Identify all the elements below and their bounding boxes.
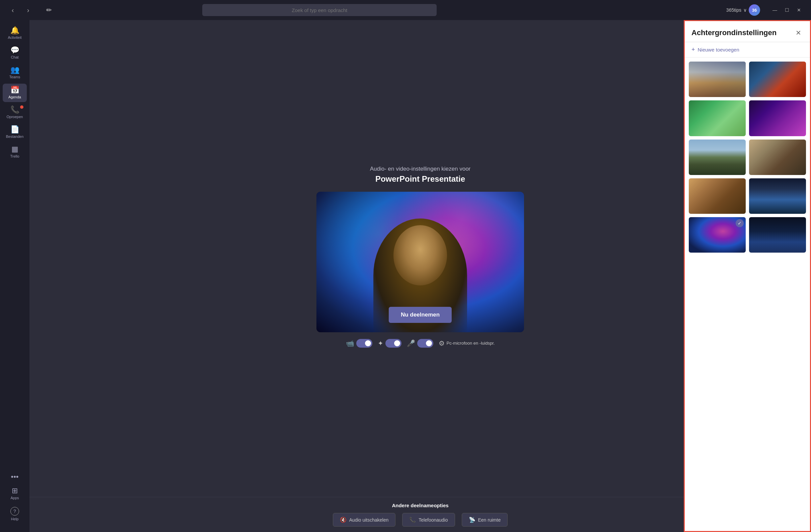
nav-buttons: ‹ › <box>7 4 34 16</box>
trello-icon: ▦ <box>11 145 18 153</box>
audio-off-icon: 🔇 <box>340 517 347 523</box>
sidebar-item-activiteit[interactable]: 🔔 Activiteit <box>3 24 27 43</box>
sidebar-bottom: ••• ⊞ Apps ? Help <box>3 470 27 528</box>
join-button[interactable]: Nu deelnemen <box>389 307 452 323</box>
username-label: 365tips <box>726 7 741 13</box>
mic-control: 🎤 <box>407 339 433 348</box>
sidebar-item-help[interactable]: ? Help <box>3 504 27 524</box>
meeting-subtitle: Audio- en video-instellingen kiezen voor <box>370 166 471 172</box>
calendar-icon: 📅 <box>10 86 19 94</box>
settings-icon: ⚙ <box>439 339 445 347</box>
camera-control: 📹 <box>346 339 372 348</box>
sidebar-item-teams[interactable]: 👥 Teams <box>3 64 27 82</box>
room-icon: 📡 <box>469 517 475 523</box>
files-icon: 📄 <box>10 126 19 133</box>
bell-icon: 🔔 <box>10 27 19 34</box>
mic-icon: 🎤 <box>407 339 415 347</box>
phone-audio-button[interactable]: 📞 Telefoonaudio <box>402 513 455 527</box>
bg-thumb-mountains[interactable] <box>689 140 746 175</box>
sidebar-item-agenda[interactable]: 📅 Agenda <box>3 84 27 102</box>
settings-label: Pc-microfoon en -luidspr. <box>447 341 495 346</box>
bg-panel-close-button[interactable]: ✕ <box>793 28 803 38</box>
bg-thumb-robot[interactable] <box>749 62 806 97</box>
sidebar-item-label: Help <box>11 517 19 521</box>
bg-thumb-minecraft-green[interactable] <box>689 100 746 136</box>
bg-thumb-space-person[interactable] <box>749 217 806 253</box>
close-button[interactable]: ✕ <box>794 5 804 15</box>
sidebar-item-label: Activiteit <box>8 35 22 40</box>
title-bar: ‹ › ✏ 365tips ∨ 36 — ☐ ✕ <box>0 0 811 20</box>
user-chip[interactable]: 365tips ∨ 36 <box>726 4 760 16</box>
bg-thumb-door[interactable] <box>689 178 746 214</box>
sidebar-item-label: Bestanden <box>6 135 24 139</box>
dropdown-icon: ∨ <box>744 7 747 13</box>
maximize-button[interactable]: ☐ <box>782 5 792 15</box>
sidebar-item-label: Oproepen <box>7 115 23 119</box>
sidebar-item-chat[interactable]: 💬 Chat <box>3 44 27 62</box>
apps-icon: ⊞ <box>12 487 18 495</box>
sidebar-item-more[interactable]: ••• <box>3 470 27 483</box>
phone-icon: 📞 <box>10 106 19 113</box>
sidebar-item-trello[interactable]: ▦ Trello <box>3 143 27 161</box>
main-layout: 🔔 Activiteit 💬 Chat 👥 Teams 📅 Agenda 📞 O… <box>0 20 811 532</box>
bg-settings-panel: Achtergrondinstellingen ✕ + Nieuwe toevo… <box>684 20 811 532</box>
window-controls: — ☐ ✕ <box>769 5 804 15</box>
meeting-title: PowerPoint Presentatie <box>370 174 471 184</box>
bg-panel-title: Achtergrondinstellingen <box>691 29 777 37</box>
camera-toggle[interactable] <box>356 339 372 348</box>
teams-icon: 👥 <box>10 66 19 74</box>
notification-badge <box>20 105 24 109</box>
bg-grid <box>685 58 810 531</box>
avatar: 36 <box>749 4 760 16</box>
bg-thumb-scifi[interactable] <box>749 178 806 214</box>
meeting-title-area: Audio- en video-instellingen kiezen voor… <box>370 166 471 184</box>
blur-icon: ✦ <box>378 339 383 347</box>
blur-control: ✦ <box>378 339 401 348</box>
room-button[interactable]: 📡 Een ruimte <box>462 513 508 527</box>
sidebar-item-bestanden[interactable]: 📄 Bestanden <box>3 123 27 142</box>
help-icon: ? <box>10 507 19 516</box>
room-label: Een ruimte <box>478 517 501 522</box>
bg-panel-header: Achtergrondinstellingen ✕ <box>685 21 810 42</box>
camera-icon: 📹 <box>346 339 354 347</box>
bg-thumb-classroom[interactable] <box>689 62 746 97</box>
sidebar-item-label: Apps <box>10 496 19 500</box>
mic-toggle[interactable] <box>417 339 433 348</box>
video-preview: Nu deelnemen <box>317 192 524 332</box>
settings-control: ⚙ Pc-microfoon en -luidspr. <box>439 339 495 347</box>
audio-off-button[interactable]: 🔇 Audio uitschakelen <box>333 513 396 527</box>
blur-toggle[interactable] <box>385 339 401 348</box>
phone-audio-label: Telefoonaudio <box>418 517 448 522</box>
audio-off-label: Audio uitschakelen <box>349 517 389 522</box>
controls-bar: 📹 ✦ 🎤 ⚙ Pc-microfoon en -luidspr. <box>346 335 495 351</box>
title-bar-right: 365tips ∨ 36 — ☐ ✕ <box>726 4 804 16</box>
sidebar-item-oproepen[interactable]: 📞 Oproepen <box>3 104 27 122</box>
plus-icon: + <box>691 46 695 53</box>
compose-button[interactable]: ✏ <box>43 4 55 16</box>
search-input[interactable] <box>202 4 437 16</box>
bg-thumb-minecraft-purple[interactable] <box>749 100 806 136</box>
back-button[interactable]: ‹ <box>7 4 19 16</box>
sidebar-item-label: Trello <box>10 154 19 159</box>
add-label: Nieuwe toevoegen <box>698 47 739 52</box>
sidebar-item-apps[interactable]: ⊞ Apps <box>3 485 27 503</box>
sidebar-item-label: Teams <box>10 75 20 79</box>
forward-button[interactable]: › <box>22 4 34 16</box>
sidebar-item-label: Chat <box>11 55 18 60</box>
bg-thumb-arch[interactable] <box>749 140 806 175</box>
bg-panel-add-button[interactable]: + Nieuwe toevoegen <box>685 42 810 58</box>
minimize-button[interactable]: — <box>769 5 780 15</box>
sidebar: 🔔 Activiteit 💬 Chat 👥 Teams 📅 Agenda 📞 O… <box>0 20 29 532</box>
sidebar-item-label: Agenda <box>9 95 21 99</box>
content-area: Audio- en video-instellingen kiezen voor… <box>29 20 811 532</box>
chat-icon: 💬 <box>10 47 19 54</box>
more-icon: ••• <box>11 473 18 481</box>
bg-thumb-galaxy[interactable] <box>689 217 746 253</box>
phone-audio-icon: 📞 <box>409 517 416 523</box>
